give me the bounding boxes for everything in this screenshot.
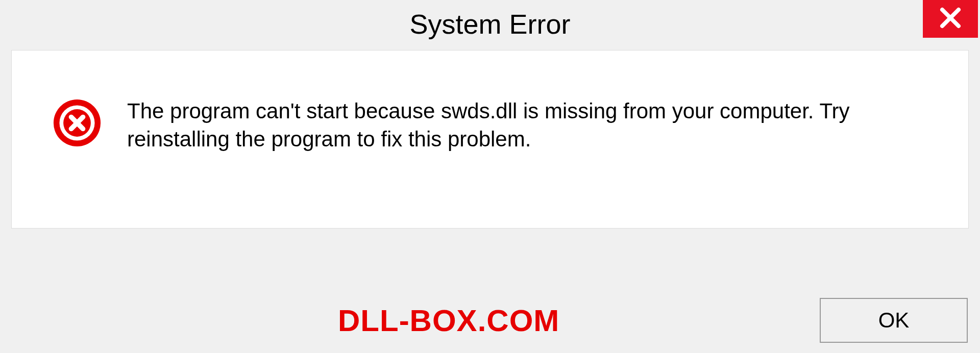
error-icon <box>53 98 102 147</box>
dialog-content: The program can't start because swds.dll… <box>11 50 969 229</box>
watermark-text: DLL-BOX.COM <box>338 303 559 338</box>
titlebar: System Error <box>0 0 980 48</box>
ok-button[interactable]: OK <box>820 298 968 343</box>
dialog-title: System Error <box>409 8 570 40</box>
dialog-footer: DLL-BOX.COM OK <box>0 298 980 343</box>
close-icon <box>939 7 962 31</box>
close-button[interactable] <box>923 0 978 38</box>
dialog-message: The program can't start because swds.dll… <box>127 96 938 153</box>
